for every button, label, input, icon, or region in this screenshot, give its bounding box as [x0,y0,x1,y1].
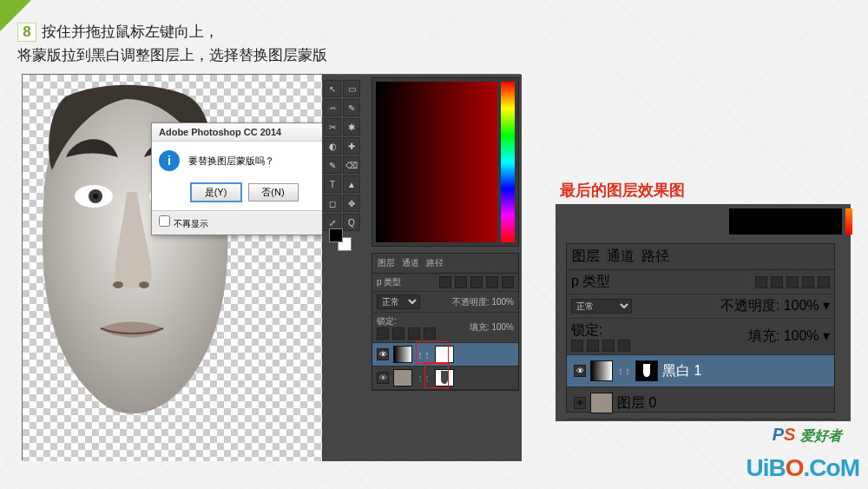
visibility-icon[interactable]: 👁 [377,348,389,360]
info-icon: i [159,150,180,171]
photoshop-screenshot-result: 图层 通道 路径 p 类型 正常 不透明度: 100% ▾ 锁定: 填充: 10… [556,204,851,421]
lock-pixel-icon[interactable] [587,340,599,352]
lock-pos-icon[interactable] [602,340,615,352]
svg-point-2 [93,194,98,199]
tool-6[interactable]: ◐ [324,137,341,155]
filter-image-icon[interactable] [755,276,767,288]
tool-12[interactable]: ◻ [324,195,341,212]
fill-label: 填充: [748,328,779,343]
tool-7[interactable]: ✚ [343,137,360,155]
filter-smart-icon[interactable] [502,276,514,288]
dialog-message: 要替换图层蒙版吗？ [188,155,274,168]
tool-5[interactable]: ✱ [343,118,360,135]
filter-adjust-icon[interactable] [455,276,467,288]
kind-label: p 类型 [377,276,401,288]
tab-layers[interactable]: 图层 [572,248,600,266]
tool-11[interactable]: ▲ [343,175,360,193]
link-icon: ⋮⋮ [617,367,631,375]
kind-label: p 类型 [571,273,610,291]
lock-pos-icon[interactable] [408,327,420,340]
step-instruction: 8按住并拖拉鼠标左键向上， 将蒙版拉到黑白调整图层上，选择替换图层蒙版 [17,22,327,65]
filter-adjust-icon[interactable] [771,276,783,288]
result-caption: 最后的图层效果图 [560,180,685,201]
layer-list-main: 👁 ⋮⋮ 👁 ⋮⋮ [372,343,518,390]
color-field[interactable] [376,82,497,242]
visibility-icon[interactable]: 👁 [574,397,586,409]
dont-show-label[interactable]: 不再显示 [159,219,208,228]
lock-pixel-icon[interactable] [392,327,404,340]
tool-8[interactable]: ✎ [324,156,341,174]
color-field[interactable] [729,208,842,235]
dont-show-checkbox[interactable] [159,215,170,227]
filter-shape-icon[interactable] [802,276,814,288]
adjustment-thumb[interactable] [393,346,412,363]
blend-mode-select[interactable]: 正常 [377,294,420,309]
no-button[interactable]: 否(N) [248,183,299,202]
replace-mask-dialog: Adobe Photoshop CC 2014 i 要替换图层蒙版吗？ 是(Y)… [151,122,338,235]
layers-panel-result: 图层 通道 路径 p 类型 正常 不透明度: 100% ▾ 锁定: 填充: 10… [566,243,835,413]
color-picker-panel[interactable] [372,77,519,247]
fill-label: 填充: [470,322,490,332]
layer-name[interactable]: 黑白 1 [662,362,701,380]
opacity-value[interactable]: 100% [784,298,819,313]
layer-mask-thumb[interactable] [635,360,658,381]
opacity-value[interactable]: 100% [491,297,514,307]
tool-1[interactable]: ▭ [343,80,360,97]
fill-value[interactable]: 100% [491,322,514,332]
brand-watermark: PS 爱好者 [773,425,842,446]
image-thumb[interactable] [393,369,412,387]
tool-10[interactable]: T [324,175,341,193]
tab-channels[interactable]: 通道 [607,248,635,266]
hue-strip[interactable] [501,82,515,242]
opacity-label: 不透明度: [452,297,490,307]
lock-trans-icon[interactable] [571,340,583,352]
lock-label: 锁定: [571,322,602,337]
photoshop-screenshot-main: Adobe Photoshop CC 2014 i 要替换图层蒙版吗？ 是(Y)… [22,74,521,460]
photoshop-panels: ↖▭ꕀ✎✂✱◐✚✎⌫T▲◻✥⤢Q 图层 通道 路径 p 类型 正常 不透明度: … [322,75,522,461]
yes-button[interactable]: 是(Y) [191,183,241,202]
filter-type-icon[interactable] [786,276,799,288]
tool-2[interactable]: ꕀ [324,99,341,116]
step-text-2: 将蒙版拉到黑白调整图层上，选择替换图层蒙版 [17,45,327,65]
filter-shape-icon[interactable] [486,276,498,288]
fill-value[interactable]: 100% [784,328,819,343]
filter-type-icon[interactable] [470,276,483,288]
tab-paths[interactable]: 路径 [641,248,669,266]
lock-label: 锁定: [377,316,397,326]
lock-trans-icon[interactable] [377,327,389,340]
filter-smart-icon[interactable] [818,276,830,288]
toolbox: ↖▭ꕀ✎✂✱◐✚✎⌫T▲◻✥⤢Q [324,80,364,231]
lock-all-icon[interactable] [618,340,630,352]
step-text-1: 按住并拖拉鼠标左键向上， [42,23,219,40]
dialog-title: Adobe Photoshop CC 2014 [152,123,337,142]
tool-3[interactable]: ✎ [343,99,360,116]
tab-paths[interactable]: 路径 [426,257,444,269]
highlight-target-mask [416,341,449,364]
blend-mode-select[interactable]: 正常 [571,299,632,314]
filter-image-icon[interactable] [439,276,451,288]
opacity-label: 不透明度: [720,298,779,313]
foreground-swatch[interactable] [329,228,343,242]
layers-panel-main: 图层 通道 路径 p 类型 正常 不透明度: 100% 锁定: 填充: 100%… [372,253,519,391]
adjustment-thumb[interactable] [590,360,613,381]
image-thumb[interactable] [590,393,613,413]
color-swatches[interactable] [327,227,362,253]
tool-4[interactable]: ✂ [324,118,341,135]
tool-13[interactable]: ✥ [343,195,360,212]
dialog-footer: 不再显示 [152,210,337,235]
visibility-icon[interactable]: 👁 [377,372,389,384]
svg-point-7 [139,281,149,288]
tool-0[interactable]: ↖ [324,80,341,97]
layer-name[interactable]: 图层 0 [617,394,656,413]
tool-9[interactable]: ⌫ [343,156,360,174]
visibility-icon[interactable]: 👁 [574,365,586,377]
corner-marker [0,0,31,31]
site-watermark: UiBO.CoM [746,454,859,482]
layer-list-result: 👁 ⋮⋮ 黑白 1 👁 图层 0 [567,355,834,420]
tab-channels[interactable]: 通道 [402,257,419,269]
layer-row-bw[interactable]: 👁 ⋮⋮ 黑白 1 [567,355,834,387]
tab-layers[interactable]: 图层 [378,257,395,269]
lock-all-icon[interactable] [424,327,436,340]
layer-row-0[interactable]: 👁 图层 0 [567,387,834,420]
hue-strip[interactable] [845,208,852,235]
